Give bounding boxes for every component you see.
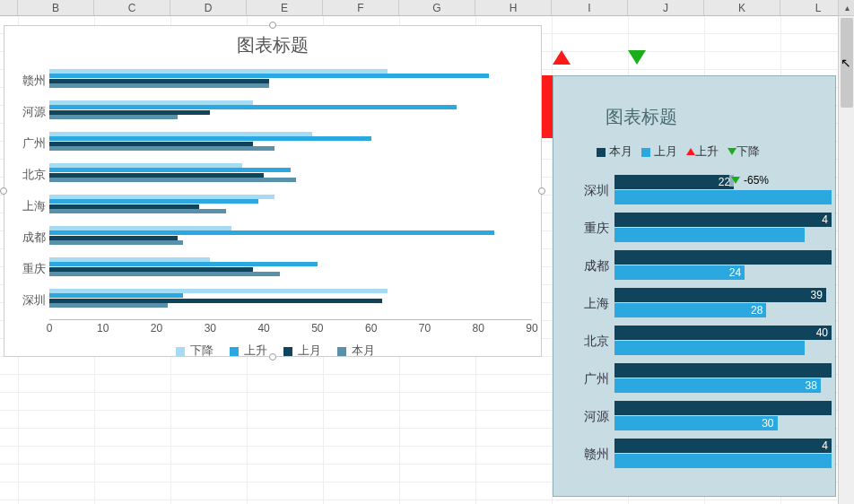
y-axis-label: 深圳 xyxy=(13,292,46,308)
legend-item: 本月 xyxy=(597,144,632,158)
bar-segment: 30 xyxy=(614,416,778,430)
bar-segment xyxy=(49,163,242,168)
bar-segment: 40 xyxy=(614,326,832,340)
resize-handle-icon[interactable] xyxy=(538,187,545,195)
bar-segment xyxy=(49,236,178,240)
bar-segment xyxy=(614,228,805,242)
column-header[interactable]: E xyxy=(247,0,323,15)
legend-item: 下降 xyxy=(728,144,760,158)
bar-segment xyxy=(614,363,832,378)
y-axis-label: 上海 xyxy=(568,296,609,312)
y-axis-label: 成都 xyxy=(13,230,46,246)
bar-segment xyxy=(49,289,388,293)
bar-value-label: 28 xyxy=(751,303,762,317)
x-tick-label: 0 xyxy=(47,322,53,335)
bar-segment xyxy=(49,209,226,213)
legend-item: 上升 xyxy=(686,144,719,158)
bar-value-label: 39 xyxy=(811,288,823,302)
y-axis-label: 赣州 xyxy=(13,73,46,89)
bar-segment xyxy=(49,142,253,146)
x-tick-label: 60 xyxy=(365,322,377,335)
bar-segment xyxy=(49,79,269,83)
vertical-scrollbar[interactable]: ▴ xyxy=(838,0,854,504)
legend-item: 下降 xyxy=(170,343,214,357)
column-header[interactable]: H xyxy=(475,0,552,15)
bar-segment xyxy=(49,240,183,245)
bar-segment xyxy=(49,168,291,172)
chart-right[interactable]: 图表标题 本月上月上升下降 深圳22-65%重庆4成都24上海3928北京40广… xyxy=(553,75,836,497)
bar-value-label: 40 xyxy=(816,326,828,340)
resize-handle-icon[interactable] xyxy=(0,187,7,195)
y-axis-label: 重庆 xyxy=(13,261,46,277)
y-axis-label: 赣州 xyxy=(568,447,609,463)
bar-segment: 24 xyxy=(614,265,745,280)
bar-segment xyxy=(49,293,183,298)
bar-segment xyxy=(49,267,253,272)
column-header[interactable]: G xyxy=(399,0,475,15)
bar-segment: 39 xyxy=(614,288,826,302)
scroll-up-button[interactable]: ▴ xyxy=(839,0,854,16)
bar-segment xyxy=(49,100,253,105)
bar-segment xyxy=(49,110,210,115)
bar-segment xyxy=(49,272,280,276)
bar-value-label: 4 xyxy=(822,213,828,227)
x-tick-label: 50 xyxy=(311,322,323,335)
resize-handle-icon[interactable] xyxy=(269,353,276,361)
legend-item: 上月 xyxy=(278,343,321,357)
x-tick-label: 40 xyxy=(257,322,269,335)
column-header[interactable]: F xyxy=(323,0,399,15)
bar-segment xyxy=(49,230,494,235)
bar-segment xyxy=(49,83,269,88)
scroll-thumb[interactable] xyxy=(841,18,853,108)
bar-segment xyxy=(49,195,274,199)
column-header[interactable]: B xyxy=(18,0,94,15)
legend-item: 上升 xyxy=(224,343,267,357)
bar-segment xyxy=(614,190,832,204)
chart-title: 图表标题 xyxy=(4,26,541,65)
chart-legend: 本月上月上升下降 xyxy=(597,143,832,160)
bar-value-label: 4 xyxy=(822,439,828,453)
y-axis-label: 重庆 xyxy=(568,221,609,237)
bar-segment xyxy=(49,115,178,119)
column-headers: BCDEFGHIJKL xyxy=(0,0,854,16)
y-axis-label: 成都 xyxy=(568,258,609,274)
x-tick-label: 90 xyxy=(526,322,537,335)
legend-item: 上月 xyxy=(641,144,677,158)
x-tick-label: 10 xyxy=(97,322,109,335)
column-header[interactable]: J xyxy=(628,0,704,15)
bar-segment xyxy=(614,341,805,355)
chart-x-axis: 0102030405060708090 xyxy=(49,319,532,337)
bar-segment xyxy=(49,173,264,178)
bar-segment xyxy=(614,250,832,265)
resize-handle-icon[interactable] xyxy=(269,22,276,29)
column-header[interactable]: D xyxy=(170,0,247,15)
column-header[interactable]: C xyxy=(94,0,170,15)
y-axis-label: 河源 xyxy=(568,409,609,425)
column-header[interactable]: I xyxy=(552,0,628,15)
bar-segment xyxy=(614,454,832,468)
bar-segment xyxy=(614,401,832,415)
y-axis-label: 北京 xyxy=(568,334,609,350)
column-header[interactable]: K xyxy=(704,0,780,15)
y-axis-label: 深圳 xyxy=(568,183,609,199)
triangle-up-icon xyxy=(553,50,571,65)
bar-segment xyxy=(49,303,168,308)
y-axis-label: 北京 xyxy=(13,167,46,183)
y-axis-label: 河源 xyxy=(13,104,46,120)
bar-segment xyxy=(49,204,199,209)
x-tick-label: 30 xyxy=(205,322,216,335)
chart-plot-area: 深圳22-65%重庆4成都24上海3928北京40广州38河源30赣州4 xyxy=(568,172,832,474)
bar-segment xyxy=(49,146,274,151)
selection-handle[interactable] xyxy=(542,75,553,138)
bar-segment: 4 xyxy=(614,439,832,453)
bar-segment xyxy=(49,69,388,74)
y-axis-label: 上海 xyxy=(13,198,46,214)
bar-value-label: 30 xyxy=(762,416,773,430)
chart-left[interactable]: 图表标题 赣州河源广州北京上海成都重庆深圳 010203040506070809… xyxy=(4,25,542,357)
bar-value-label: 24 xyxy=(729,265,741,280)
bar-value-label: 38 xyxy=(806,378,817,393)
bar-segment xyxy=(49,262,318,266)
bar-segment xyxy=(49,136,371,141)
chart-title: 图表标题 xyxy=(606,105,832,129)
bar-segment xyxy=(49,74,489,78)
